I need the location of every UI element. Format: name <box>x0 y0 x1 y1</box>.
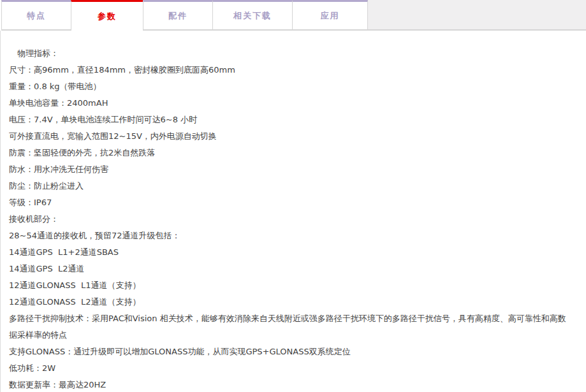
tab-label: 相关下载 <box>233 10 272 22</box>
spec-panel: 物理指标：尺寸：高96mm，直径184mm，密封橡胶圈到底面高60mm重量：0.… <box>0 31 586 392</box>
spec-line: 防水：用水冲洗无任何伤害 <box>9 161 568 178</box>
spec-line: 防震：坚固轻便的外壳，抗2米自然跌落 <box>9 145 568 161</box>
tab-label: 配件 <box>168 10 187 22</box>
tab-label: 应用 <box>321 10 340 22</box>
tab-accessories[interactable]: 配件 <box>143 0 213 31</box>
spec-line: 等级：IP67 <box>9 194 568 211</box>
tab-features[interactable]: 特点 <box>1 0 71 31</box>
spec-line: 防尘：防止粉尘进入 <box>9 178 568 194</box>
tab-applications[interactable]: 应用 <box>292 0 368 31</box>
tab-bar-filler <box>368 0 586 31</box>
spec-line: 重量：0.8 kg（带电池） <box>9 78 568 95</box>
spec-line: 多路径干扰抑制技术：采用PAC和Vision 相关技术，能够有效消除来自天线附近… <box>9 310 568 344</box>
tab-label: 特点 <box>27 10 46 22</box>
spec-list: 物理指标：尺寸：高96mm，直径184mm，密封橡胶圈到底面高60mm重量：0.… <box>9 45 568 392</box>
tab-parameters[interactable]: 参数 <box>71 0 143 31</box>
spec-line: 可外接直流电，宽输入范围12~15V，内外电源自动切换 <box>9 128 568 145</box>
spec-line: 14通道GPS L2通道 <box>9 261 568 277</box>
tab-downloads[interactable]: 相关下载 <box>212 0 293 31</box>
tab-bar: 特点 参数 配件 相关下载 应用 <box>0 0 586 31</box>
spec-line: 支持GLONASS：通过升级即可以增加GLONASS功能，从而实现GPS+GLO… <box>9 344 568 360</box>
spec-line: 电压：7.4V，单块电池连续工作时间可达6~8 小时 <box>9 112 568 128</box>
tab-label: 参数 <box>98 11 117 22</box>
spec-line: 14通道GPS L1+2通道SBAS <box>9 244 568 261</box>
spec-line: 接收机部分： <box>9 211 568 228</box>
spec-line: 数据更新率：最高达20HZ <box>9 377 568 392</box>
spec-line: 物理指标： <box>9 45 568 62</box>
spec-line: 单块电池容量：2400mAH <box>9 95 568 112</box>
spec-line: 12通道GLONASS L1通道（支持） <box>9 277 568 294</box>
spec-line: 低功耗：2W <box>9 360 568 377</box>
spec-line: 尺寸：高96mm，直径184mm，密封橡胶圈到底面高60mm <box>9 62 568 78</box>
spec-line: 12通道GLONASS L2通道（支持） <box>9 294 568 310</box>
spec-line: 28~54通道的接收机，预留72通道升级包括： <box>9 228 568 244</box>
